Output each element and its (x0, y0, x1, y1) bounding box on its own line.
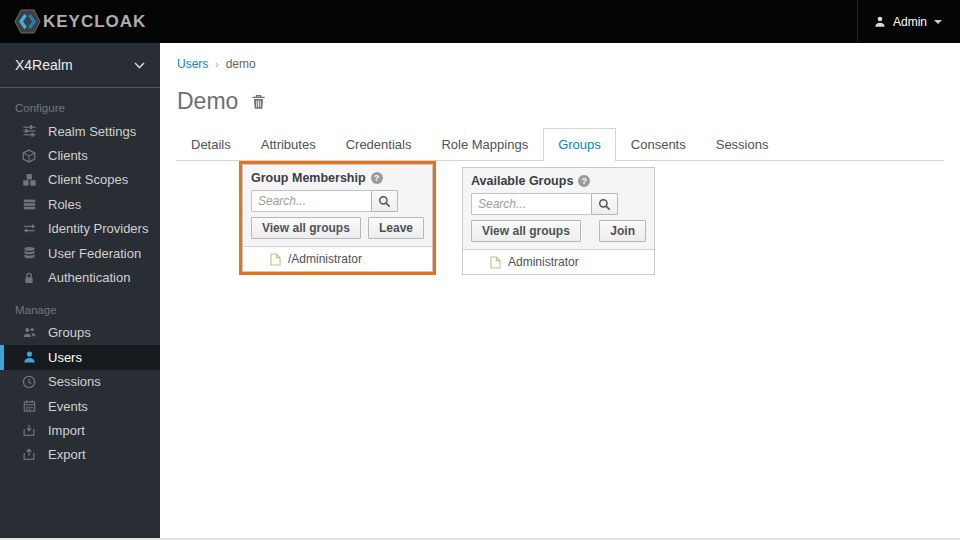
view-all-groups-button[interactable]: View all groups (251, 217, 361, 239)
import-icon (21, 423, 37, 438)
sidebar-section-manage: Manage (0, 290, 160, 321)
list-icon (21, 197, 37, 212)
page-title: Demo (177, 88, 238, 115)
available-groups-panel: Available Groups ? Vi (462, 167, 655, 275)
sidebar-item-sessions[interactable]: Sessions (0, 370, 160, 394)
admin-user-menu[interactable]: Admin (857, 0, 946, 43)
sidebar-item-label: Sessions (48, 374, 101, 389)
group-membership-actions: View all groups Leave (251, 217, 424, 239)
view-all-groups-button[interactable]: View all groups (471, 220, 581, 242)
sidebar-item-identity-providers[interactable]: Identity Providers (0, 217, 160, 241)
sidebar-item-realm-settings[interactable]: Realm Settings (0, 119, 160, 143)
database-icon (21, 246, 37, 261)
tab-groups[interactable]: Groups (543, 128, 616, 161)
keycloak-admin-console: KEYCLOAK Admin X4Realm Configure (0, 0, 960, 540)
group-icon (21, 325, 37, 340)
sidebar-item-label: Users (48, 350, 82, 365)
group-membership-title-row: Group Membership ? (251, 171, 424, 185)
highlight-annotation: Group Membership ? (239, 161, 436, 275)
sidebar-item-label: Import (48, 423, 85, 438)
sidebar-item-client-scopes[interactable]: Client Scopes (0, 168, 160, 192)
sidebar-item-groups[interactable]: Groups (0, 321, 160, 345)
brand-text: KEYCLOAK (43, 12, 146, 32)
calendar-icon (21, 399, 37, 414)
sidebar-item-label: Identity Providers (48, 221, 148, 236)
list-item[interactable]: /Administrator (243, 247, 432, 271)
group-membership-search-input[interactable] (251, 190, 372, 212)
export-icon (21, 447, 37, 462)
sidebar-item-user-federation[interactable]: User Federation (0, 241, 160, 265)
cube-icon (21, 148, 37, 163)
sidebar-item-clients[interactable]: Clients (0, 143, 160, 167)
person-icon (874, 15, 886, 28)
search-icon (598, 198, 611, 211)
leave-button[interactable]: Leave (368, 217, 424, 239)
sidebar-item-events[interactable]: Events (0, 394, 160, 418)
sidebar-item-roles[interactable]: Roles (0, 192, 160, 216)
realm-selector[interactable]: X4Realm (0, 43, 160, 88)
search-button[interactable] (371, 190, 398, 212)
tab-bar: Details Attributes Credentials Role Mapp… (176, 128, 944, 161)
file-icon (270, 253, 281, 266)
sidebar-item-users[interactable]: Users (0, 345, 160, 369)
lock-icon (21, 270, 37, 285)
chevron-down-icon (934, 20, 942, 24)
breadcrumb-users-link[interactable]: Users (177, 57, 208, 71)
sidebar-item-label: Roles (48, 197, 81, 212)
available-groups-search-group (471, 193, 646, 215)
group-membership-title: Group Membership (251, 171, 366, 185)
clock-icon (21, 374, 37, 389)
admin-label: Admin (893, 15, 927, 29)
sliders-icon (21, 124, 37, 139)
sidebar-item-label: Groups (48, 325, 91, 340)
group-membership-head: Group Membership ? (243, 165, 432, 246)
group-name: /Administrator (288, 252, 362, 266)
cubes-icon (21, 172, 37, 187)
top-bar: KEYCLOAK Admin (0, 0, 960, 43)
join-button[interactable]: Join (599, 220, 646, 242)
realm-name: X4Realm (15, 57, 73, 73)
tab-attributes[interactable]: Attributes (246, 128, 331, 160)
group-membership-list: /Administrator (243, 246, 432, 271)
help-icon[interactable]: ? (578, 175, 590, 187)
available-groups-actions: View all groups Join (471, 220, 646, 242)
main-content: Users › demo Demo Details Attributes Cre… (160, 43, 960, 538)
chevron-down-icon (134, 62, 145, 69)
sidebar-item-import[interactable]: Import (0, 418, 160, 442)
available-groups-search-input[interactable] (471, 193, 592, 215)
exchange-icon (21, 221, 37, 236)
breadcrumb-separator: › (215, 59, 218, 70)
tab-role-mappings[interactable]: Role Mappings (426, 128, 543, 160)
tab-credentials[interactable]: Credentials (331, 128, 427, 160)
sidebar-item-label: User Federation (48, 246, 141, 261)
sidebar-item-label: Clients (48, 148, 88, 163)
sidebar-item-export[interactable]: Export (0, 443, 160, 467)
sidebar-item-label: Client Scopes (48, 172, 128, 187)
help-icon[interactable]: ? (371, 172, 383, 184)
tab-consents[interactable]: Consents (616, 128, 701, 160)
available-groups-title-row: Available Groups ? (471, 174, 646, 188)
breadcrumb-current: demo (226, 57, 256, 71)
available-groups-head: Available Groups ? Vi (463, 168, 654, 249)
list-item[interactable]: Administrator (463, 250, 654, 274)
tab-sessions[interactable]: Sessions (701, 128, 784, 160)
keycloak-hexagon-icon (14, 9, 41, 34)
sidebar-section-configure: Configure (0, 88, 160, 119)
search-button[interactable] (591, 193, 618, 215)
file-icon (490, 256, 501, 269)
trash-icon[interactable] (251, 94, 266, 110)
group-membership-panel: Group Membership ? (242, 164, 433, 272)
sidebar-item-label: Authentication (48, 270, 130, 285)
breadcrumb: Users › demo (177, 57, 960, 71)
sidebar: X4Realm Configure Realm Settings (0, 43, 160, 538)
sidebar-item-label: Realm Settings (48, 124, 136, 139)
group-membership-search-group (251, 190, 424, 212)
group-name: Administrator (508, 255, 579, 269)
title-row: Demo (177, 88, 960, 115)
available-groups-title: Available Groups (471, 174, 573, 188)
keycloak-logo[interactable]: KEYCLOAK (14, 9, 146, 34)
sidebar-item-authentication[interactable]: Authentication (0, 265, 160, 289)
tab-details[interactable]: Details (176, 128, 246, 160)
search-icon (378, 195, 391, 208)
sidebar-item-label: Export (48, 447, 86, 462)
